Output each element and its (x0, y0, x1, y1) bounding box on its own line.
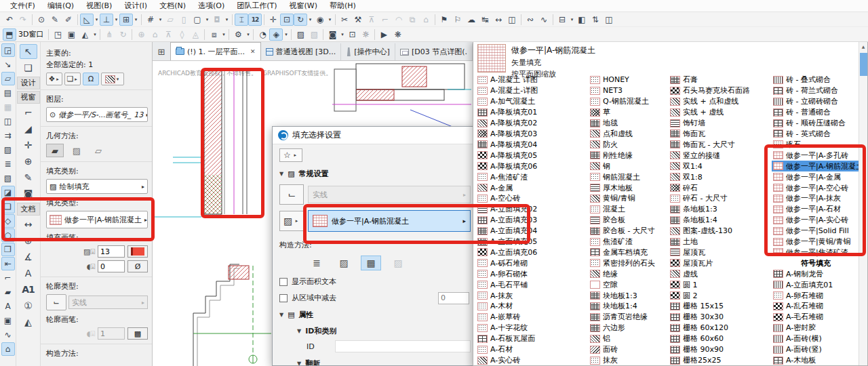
video-button[interactable]: ▶ (377, 28, 391, 41)
layers-copy-tool[interactable]: ❐ (1, 243, 15, 256)
fill-item[interactable]: 栅格 60x60 (669, 333, 771, 344)
fill-item[interactable]: A-降板填充05 (476, 150, 588, 161)
fill-item[interactable]: 栅格 60x120 (669, 323, 771, 333)
fill-item[interactable]: 砖 - 叠式砌合 (772, 75, 859, 85)
tab-[操作中心][interactable]: [操作中心] (341, 43, 395, 60)
fill-item[interactable]: Q-钢筋混凝土 (589, 96, 668, 107)
fill-item[interactable]: 栅格 90x90 (669, 344, 771, 355)
fill-item[interactable]: A-降板填充02 (476, 118, 588, 129)
elevate-button[interactable]: ⊼ (365, 14, 378, 26)
fit-in-window-button[interactable]: ✛ (267, 14, 280, 26)
axis-3d-button-dropdown-arrow[interactable]: ▾ (92, 32, 98, 37)
marquee-restrict-button[interactable]: ❏▸ (64, 73, 81, 85)
roof-tool[interactable]: ◢ (20, 121, 37, 136)
fill-item[interactable]: 砖 - 普通砌合 (772, 107, 859, 118)
flag-list-button[interactable]: ⚐ (451, 14, 465, 26)
line-type-combo[interactable]: 实线 ▸ (308, 186, 471, 203)
pet-palette-button[interactable]: ❖▸ (46, 73, 62, 85)
fill-item[interactable]: 饰面瓦 (669, 129, 771, 140)
background-pen-none-button[interactable]: Ø (127, 260, 148, 272)
redo-button[interactable]: ↷ (16, 14, 30, 26)
render-settings-button[interactable]: ❋ (391, 28, 404, 41)
collapse-triangle-icon[interactable]: ▼ (279, 312, 283, 318)
snap-plane-button[interactable]: ▯ (177, 14, 191, 26)
fill-item[interactable]: 块地板1:4 (589, 301, 668, 312)
orientation-button-dropdown-arrow[interactable]: ▾ (327, 17, 333, 22)
fill-item[interactable]: 砖 - 荷兰式砌合 (772, 85, 859, 96)
rotate-view-button-dropdown-arrow[interactable]: ▾ (307, 17, 313, 22)
hatch-fill-tool[interactable]: ▧ (1, 171, 15, 185)
fill-item[interactable]: 做参一平|A-钢筋混凝土 (772, 161, 859, 171)
fill-item[interactable]: 混凝土 (589, 204, 668, 215)
hatch-arrow-tool[interactable]: ↘ (1, 58, 15, 71)
fill-item[interactable]: A-木材 (476, 301, 588, 312)
column-tool[interactable]: ◫ (1, 115, 15, 128)
method-pattern-button[interactable]: ▩ (361, 256, 381, 270)
camera-button-dropdown-arrow[interactable]: ▾ (339, 32, 345, 37)
circle-tool[interactable]: ○ (1, 228, 15, 242)
rows-tool[interactable]: ≣ (1, 157, 15, 171)
fill-item[interactable]: 土地 (669, 237, 771, 247)
fill-item[interactable]: A-实心砖 (476, 355, 588, 366)
fill-item[interactable]: 金属车档填充 (589, 247, 668, 258)
fill-item[interactable]: 碎石 - 大尺寸 (669, 193, 771, 204)
lock-button-dropdown-arrow[interactable]: ▾ (224, 17, 230, 22)
favorites-button[interactable]: ☆▸ (279, 148, 302, 162)
tab-overview-button[interactable]: ⊞ (153, 43, 170, 60)
offset-button[interactable]: ▢ (191, 14, 204, 26)
tab-普通透视图 [3D...[interactable]: 普通透视图 [3D... (261, 43, 342, 60)
fill-item[interactable]: A-金属 (476, 182, 588, 193)
paintbrush-button[interactable]: ▨ (294, 28, 307, 41)
fill-item[interactable]: 碎石 (669, 182, 771, 193)
filter-3d-button[interactable]: ◔ (256, 28, 269, 41)
fill-type-combo[interactable]: 做参一平|A-钢筋混凝土 ▸ (308, 210, 471, 232)
tab-(!) 1. 一层平面...[interactable]: (!) 1. 一层平面...✕ (170, 42, 261, 60)
fill-item[interactable]: 栅格 15x15 (669, 301, 771, 312)
fill-item[interactable]: 饰钉墙 (669, 118, 771, 129)
3d-settings-button[interactable]: ⚙ (231, 28, 245, 41)
column-grid-tool[interactable]: ⊕ (20, 154, 37, 169)
fill-type-button[interactable]: 做参一平|A-钢筋混凝土 ▸ (46, 211, 148, 228)
subtract-from-zone-checkbox[interactable] (279, 294, 288, 302)
reset-xy-button[interactable]: ↹ (478, 14, 492, 26)
door-swing-button[interactable]: ◧ (575, 14, 589, 26)
dimension-tool[interactable]: ⇤ (1, 257, 15, 270)
revision-cloud-button[interactable]: ☁ (465, 14, 478, 26)
split-button[interactable]: ✂ (338, 14, 351, 26)
fill-item[interactable]: 地毯 (589, 118, 668, 129)
fill-item[interactable]: A-降板填充04 (476, 139, 588, 150)
fill-pencil-tool[interactable]: ◪ (1, 186, 15, 199)
geometry-rectangle-button[interactable]: ▨ (68, 144, 85, 157)
fill-item[interactable]: 做参一平|A-抹灰 (772, 193, 859, 204)
fill-item[interactable]: 砖 - 立砌砖砌合 (772, 96, 859, 107)
inject-parameters-button[interactable]: ✐ (62, 14, 75, 26)
camera-tool[interactable]: ◙ (20, 186, 37, 201)
window-button[interactable]: ◫ (602, 14, 616, 26)
fill-item[interactable]: A-面砖(横) (772, 333, 859, 344)
toolbox-group-视窗[interactable]: 视窗 (17, 91, 40, 104)
fill-item[interactable]: 紧密排列的石头 (589, 258, 668, 268)
fill-item[interactable]: 做参一平|A-石材 (772, 204, 859, 215)
background-pen-input[interactable] (98, 260, 125, 272)
fill-item[interactable]: 做参一平|黄铜/青铜 (772, 237, 859, 247)
fill-item[interactable]: A-石板瓦屋面 (476, 333, 588, 344)
tab-[D03 节点详图(.[interactable]: [D03 节点详图(. (395, 43, 473, 60)
snap-grid-button-dropdown-arrow[interactable]: ▾ (157, 17, 163, 22)
axis-3d-button[interactable]: ◭ (78, 28, 92, 41)
stair-tool[interactable]: ⌐ (20, 105, 37, 120)
fill-item[interactable]: 栅格25x25 (669, 355, 771, 366)
center-dim-tool[interactable]: ⊕ (20, 233, 37, 248)
export-arrow-tool[interactable]: ⇉ (1, 129, 15, 142)
toolbox-group-设计[interactable]: 设计 (17, 77, 40, 89)
outline-toggle-button[interactable]: ⌙ (46, 294, 66, 310)
fill-item[interactable]: 栅格 30x30 (669, 312, 771, 323)
fill-item[interactable]: 双1:8 (669, 171, 771, 182)
fill-item[interactable]: A-立面填充04 (476, 226, 588, 237)
flag-button[interactable]: ⚑ (437, 14, 451, 26)
menu-item-视窗(W)[interactable]: 视窗(W) (283, 0, 323, 12)
schedule-12-button[interactable]: 12 (248, 14, 262, 26)
orbit-button[interactable]: ↻ (116, 28, 130, 41)
fill-item[interactable]: A-焦渣矿渣 (476, 171, 588, 182)
snap-grid-button[interactable]: # (144, 14, 157, 26)
walk-mode-button[interactable]: ⋔ (102, 28, 116, 41)
